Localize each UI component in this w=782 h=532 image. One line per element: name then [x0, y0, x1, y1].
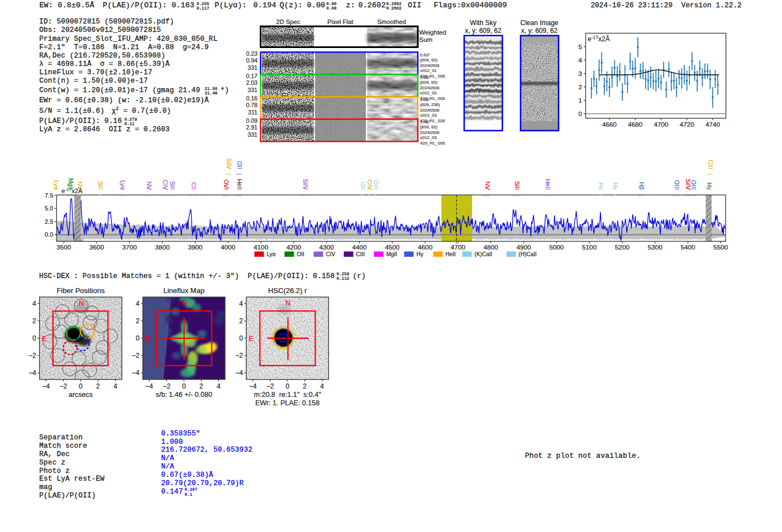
svg-text:Hγ: Hγ [706, 183, 713, 190]
svg-text:5400: 5400 [680, 243, 695, 251]
svg-text:5200: 5200 [615, 243, 630, 251]
svg-text:HSC-DEX : Possible Matches = 1: HSC-DEX : Possible Matches = 1 (within +… [39, 272, 239, 280]
svg-text:0.94: 0.94 [246, 57, 258, 64]
svg-text:s/b: 1.46 +/- 0.080: s/b: 1.46 +/- 0.080 [156, 391, 212, 399]
svg-text:CIII: CIII [707, 160, 714, 169]
svg-text:2: 2 [578, 83, 582, 90]
svg-text:OII: OII [297, 251, 304, 257]
svg-text:−4: −4 [249, 382, 257, 390]
svg-text:{: { [514, 194, 519, 196]
svg-text:2024-10-26 23:11:29 Version 1: 2024-10-26 23:11:29 Version 1.22.2 [590, 2, 741, 9]
svg-text:N: N [182, 299, 187, 307]
svg-text:21.48: 21.48 [205, 91, 218, 95]
svg-text:5300: 5300 [648, 243, 663, 251]
svg-text:x, y: 609, 62: x, y: 609, 62 [521, 27, 558, 35]
svg-text:2.5: 2.5 [45, 218, 53, 225]
svg-text:Lineflux Map: Lineflux Map [163, 286, 204, 295]
svg-text:4300: 4300 [320, 243, 335, 251]
svg-text:HeII: HeII [545, 179, 551, 190]
svg-text:z:: z: [346, 1, 355, 9]
svg-text:−2: −2 [28, 352, 36, 360]
svg-text:0.00: 0.00 [326, 6, 336, 11]
svg-text:{: { [162, 194, 168, 196]
svg-text:P(Lyα):: P(Lyα): [214, 1, 246, 9]
svg-text:(K)CaII: (K)CaII [475, 251, 493, 257]
svg-text:HSC(26.2) r: HSC(26.2) r [268, 286, 307, 295]
svg-text:OII: OII [408, 1, 422, 9]
svg-text:SiII: SiII [169, 181, 176, 190]
svg-text:4: 4 [32, 300, 36, 308]
svg-text:Photo z: Photo z [39, 467, 70, 475]
svg-text:0.11: 0.11 [125, 122, 135, 126]
svg-text:0.88": 0.88" [420, 75, 430, 80]
svg-text:20240506: 20240506 [420, 108, 440, 113]
svg-text:v012_01: v012_01 [420, 68, 437, 73]
svg-text:CIII: CIII [356, 251, 365, 257]
svg-text:RA, Dec: RA, Dec [39, 450, 70, 458]
svg-text:P(LAE)/P(OII): 0.163: P(LAE)/P(OII): 0.163 [103, 1, 194, 9]
svg-text:v012_03: v012_03 [420, 113, 437, 118]
svg-text:E: E [249, 335, 253, 343]
svg-text:0: 0 [136, 334, 140, 342]
svg-text:4680: 4680 [628, 121, 643, 128]
svg-text:{: { [674, 194, 679, 196]
svg-text:LineFlux = 3.70(±2.10)e-17: LineFlux = 3.70(±2.10)e-17 [39, 68, 152, 76]
svg-text:*): *) [221, 86, 230, 94]
svg-text:HeII: HeII [446, 251, 456, 257]
svg-text:{: { [373, 194, 378, 196]
svg-text:4700: 4700 [654, 121, 669, 128]
svg-text:With Sky: With Sky [470, 19, 496, 27]
svg-text:4: 4 [320, 382, 324, 390]
svg-text:{: { [360, 194, 365, 196]
svg-text:3: 3 [578, 70, 582, 77]
svg-text:−2: −2 [163, 382, 170, 390]
svg-text:0.2602: 0.2602 [358, 1, 385, 9]
svg-text:2: 2 [239, 317, 243, 325]
svg-text:SiIV: SiIV [302, 179, 309, 190]
svg-text:(r): (r) [353, 272, 366, 280]
svg-text:{: { [236, 173, 242, 175]
svg-text:331: 331 [247, 131, 258, 138]
svg-text:0.78: 0.78 [246, 102, 258, 108]
svg-text:311: 311 [248, 109, 258, 116]
svg-text:(609, 236): (609, 236) [420, 102, 440, 107]
svg-text:0: 0 [79, 382, 83, 390]
svg-text:0.207: 0.207 [185, 487, 198, 492]
svg-text:{: { [706, 194, 712, 196]
svg-text:4: 4 [578, 56, 582, 64]
svg-text:−4: −4 [235, 369, 243, 377]
svg-text:3800: 3800 [155, 243, 170, 251]
svg-text:N: N [285, 299, 290, 307]
svg-text:Spec z: Spec z [39, 458, 65, 467]
svg-text:0.147: 0.147 [161, 487, 183, 496]
svg-text:P(LAE)/P(OII): 0.158: P(LAE)/P(OII): 0.158 [248, 272, 335, 280]
svg-text:0: 0 [285, 382, 289, 390]
svg-text:χ2 = 0.7(±0.0): χ2 = 0.7(±0.0) [112, 106, 171, 115]
svg-text:0.67(±0.38)Å: 0.67(±0.38)Å [161, 471, 214, 479]
svg-text:OIII: OIII [690, 180, 697, 190]
svg-text:4660: 4660 [602, 121, 617, 128]
svg-text:0.259: 0.259 [337, 272, 350, 276]
svg-text:0: 0 [578, 110, 582, 117]
svg-text:{: { [545, 194, 550, 196]
svg-text:{: { [302, 194, 308, 196]
svg-text:0.0: 0.0 [45, 231, 53, 238]
svg-text:{: { [146, 194, 151, 196]
svg-text:Hγ: Hγ [612, 183, 619, 190]
svg-text:−2: −2 [266, 382, 274, 390]
svg-text:0.17: 0.17 [246, 73, 258, 79]
svg-text:2: 2 [96, 382, 100, 390]
svg-text:{: { [77, 194, 82, 196]
svg-text:m:20.8 re:1.1" s:0.4": m:20.8 re:1.1" s:0.4" [254, 391, 321, 399]
svg-text:0.1: 0.1 [185, 492, 193, 497]
svg-text:−4: −4 [28, 369, 36, 377]
svg-text:4100: 4100 [254, 243, 269, 251]
svg-text:(609, 62): (609, 62) [420, 57, 438, 63]
svg-text:{: { [638, 194, 644, 196]
svg-text:NV: NV [146, 181, 152, 190]
svg-text:(H)CaII: (H)CaII [519, 251, 537, 257]
svg-text:{: { [97, 194, 103, 196]
svg-text:1: 1 [578, 97, 582, 104]
svg-text:EW: 0.8±0.5Å: EW: 0.8±0.5Å [39, 1, 94, 9]
svg-text:Separation: Separation [39, 433, 83, 442]
